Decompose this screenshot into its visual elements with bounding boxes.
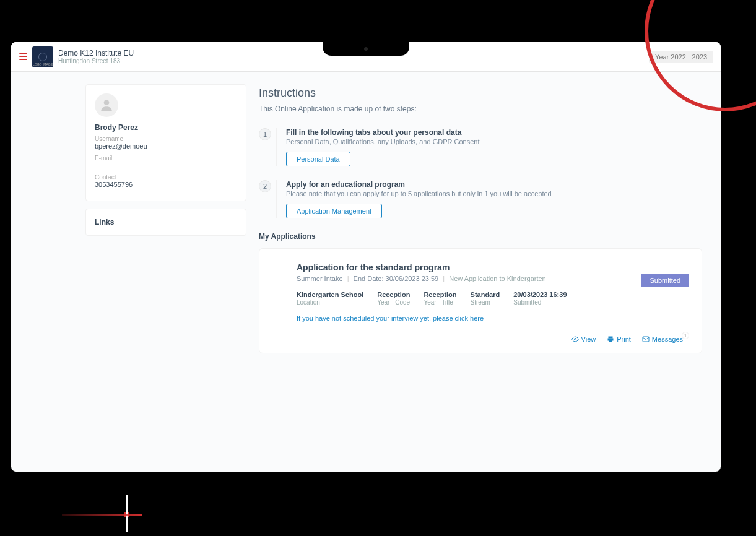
instructions-heading: Instructions — [259, 87, 702, 100]
print-action[interactable]: Print — [607, 335, 631, 343]
step-title: Apply for an educational program — [286, 180, 702, 189]
links-heading: Links — [95, 218, 237, 227]
institution-address: Huntingdon Street 183 — [58, 58, 134, 64]
my-applications-heading: My Applications — [259, 232, 702, 241]
links-card: Links — [85, 209, 246, 236]
status-badge: Submitted — [641, 274, 689, 287]
envelope-icon — [642, 335, 650, 343]
application-management-button[interactable]: Application Management — [286, 204, 382, 218]
detail-label: Stream — [471, 299, 500, 306]
contact-value: 3053455796 — [95, 181, 237, 189]
camera-dot — [364, 47, 368, 51]
print-label: Print — [617, 335, 631, 343]
application-card: Submitted Application for the standard p… — [259, 248, 702, 353]
svg-point-0 — [104, 100, 110, 105]
end-date: End Date: 30/06/2023 23:59 — [354, 275, 439, 282]
schedule-interview-link[interactable]: If you have not scheduled your interview… — [297, 314, 683, 322]
decorative-red-line — [62, 514, 142, 516]
new-application-text: New Application to Kindergarten — [449, 275, 546, 282]
application-meta: Summer Intake | End Date: 30/06/2023 23:… — [297, 275, 683, 282]
tablet-device-frame: ☰ LOGO IMAGE Demo K12 Institute EU Hunti… — [0, 31, 732, 483]
tablet-notch — [323, 42, 409, 56]
svg-rect-4 — [609, 340, 612, 342]
menu-icon[interactable]: ☰ — [19, 51, 27, 63]
view-label: View — [581, 335, 596, 343]
svg-point-1 — [574, 339, 576, 340]
detail-value: Standard — [471, 291, 500, 298]
screen-content: ☰ LOGO IMAGE Demo K12 Institute EU Hunti… — [11, 42, 721, 472]
username-label: Username — [95, 136, 237, 142]
eye-icon — [571, 335, 579, 343]
avatar — [95, 93, 118, 117]
main-content: Instructions This Online Application is … — [246, 84, 721, 353]
institution-logo: LOGO IMAGE — [32, 46, 53, 67]
detail-label: Year - Code — [377, 299, 410, 306]
detail-value: Reception — [377, 291, 410, 298]
step-description: Please note that you can apply for up to… — [286, 190, 702, 197]
header-left-group: ☰ LOGO IMAGE Demo K12 Institute EU Hunti… — [19, 46, 134, 67]
detail-submitted: 20/03/2023 16:39 Submitted — [513, 291, 567, 306]
messages-label: Messages — [652, 335, 683, 343]
printer-icon — [607, 335, 614, 343]
card-actions: View Print Messages 1 — [297, 335, 683, 343]
detail-location: Kindergarten School Location — [297, 291, 363, 306]
view-action[interactable]: View — [571, 335, 596, 343]
detail-year-title: Reception Year - Title — [424, 291, 456, 306]
detail-label: Year - Title — [424, 299, 456, 306]
detail-value: Reception — [424, 291, 456, 298]
application-title: Application for the standard program — [297, 262, 683, 272]
detail-label: Submitted — [513, 299, 567, 306]
contact-label: Contact — [95, 174, 237, 181]
detail-value: 20/03/2023 16:39 — [513, 291, 567, 298]
profile-card: Brody Perez Username bperez@demoeu E-mai… — [85, 84, 246, 201]
instructions-subtitle: This Online Application is made up of tw… — [259, 105, 702, 113]
username-value: bperez@demoeu — [95, 142, 237, 151]
application-details-grid: Kindergarten School Location Reception Y… — [297, 291, 683, 306]
detail-year-code: Reception Year - Code — [377, 291, 410, 306]
email-value — [95, 162, 237, 170]
page-body: Brody Perez Username bperez@demoeu E-mai… — [11, 72, 721, 353]
detail-label: Location — [297, 299, 363, 306]
step-number: 2 — [259, 180, 271, 192]
intake-value: Summer Intake — [297, 275, 343, 282]
person-icon — [98, 97, 115, 113]
personal-data-button[interactable]: Personal Data — [286, 152, 350, 166]
detail-value: Kindergarten School — [297, 291, 363, 298]
institution-name: Demo K12 Institute EU — [58, 49, 134, 58]
svg-rect-2 — [609, 337, 613, 339]
header-titles: Demo K12 Institute EU Huntingdon Street … — [58, 49, 134, 64]
step-1: 1 Fill in the following tabs about your … — [259, 128, 702, 166]
sidebar: Brody Perez Username bperez@demoeu E-mai… — [85, 84, 246, 353]
profile-name: Brody Perez — [95, 123, 237, 132]
messages-badge: 1 — [682, 332, 689, 339]
messages-action[interactable]: Messages 1 — [642, 335, 683, 343]
step-number: 1 — [259, 128, 271, 140]
step-title: Fill in the following tabs about your pe… — [286, 128, 702, 137]
step-2: 2 Apply for an educational program Pleas… — [259, 180, 702, 218]
email-label: E-mail — [95, 155, 237, 162]
detail-stream: Standard Stream — [471, 291, 500, 306]
step-description: Personal Data, Qualifications, any Uploa… — [286, 138, 702, 145]
